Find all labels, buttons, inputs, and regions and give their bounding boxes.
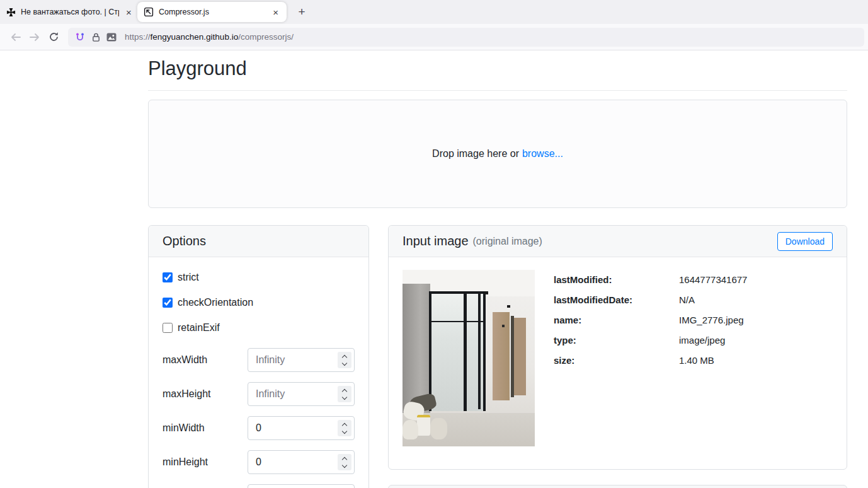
preview-spotlight <box>507 305 510 308</box>
page-title: Playground <box>148 57 247 80</box>
tab-active-compressorjs[interactable]: Compressor.js × <box>137 2 287 22</box>
stepper-down-icon[interactable] <box>342 394 347 399</box>
address-bar[interactable]: https://fengyuanchen.github.io/compresso… <box>68 28 864 47</box>
checkorientation-checkbox[interactable] <box>163 298 173 308</box>
property-value: IMG_2776.jpeg <box>679 313 744 327</box>
option-row-checkorientation: checkOrientation <box>163 298 355 308</box>
url-path: /compressorjs/ <box>238 32 294 42</box>
options-header: Options <box>149 226 368 257</box>
extension-icon[interactable] <box>74 32 86 43</box>
cross-favicon-icon <box>6 8 16 17</box>
page-content: Playground Drop image here or browse... … <box>0 51 868 488</box>
browser-toolbar: https://fengyuanchen.github.io/compresso… <box>0 24 868 50</box>
property-row: type: image/jpeg <box>554 334 747 347</box>
maxwidth-label: maxWidth <box>163 354 207 366</box>
stepper-up-icon[interactable] <box>342 422 347 427</box>
url-text: https://fengyuanchen.github.io/compresso… <box>125 32 294 42</box>
preview-spotlight <box>484 291 488 294</box>
drop-zone-text: Drop image here or <box>432 148 519 160</box>
tab-bar: Не вантажаться фото. | Страни × Compress… <box>0 0 868 24</box>
property-row: lastModifiedDate: N/A <box>554 293 747 306</box>
property-label: lastModified: <box>554 273 679 286</box>
maxheight-label: maxHeight <box>163 388 210 400</box>
url-host: fengyuanchen.github.io <box>151 32 239 42</box>
property-label: lastModifiedDate: <box>554 293 679 306</box>
preview-sack <box>430 418 447 439</box>
options-body: strict checkOrientation retainExif maxWi… <box>149 257 368 488</box>
title-divider <box>148 90 847 91</box>
tab-close-icon[interactable]: × <box>271 7 280 18</box>
download-button[interactable]: Download <box>777 232 833 251</box>
maxwidth-stepper[interactable] <box>338 352 351 368</box>
strict-label[interactable]: strict <box>178 272 199 283</box>
preview-wood-panel <box>514 318 526 395</box>
image-drop-zone[interactable]: Drop image here or browse... <box>148 100 847 208</box>
tab-close-icon[interactable]: × <box>124 7 134 18</box>
tab-inactive[interactable]: Не вантажаться фото. | Страни × <box>5 0 135 24</box>
compressorjs-favicon-icon <box>144 7 154 17</box>
property-label: type: <box>554 334 679 347</box>
new-tab-button[interactable]: + <box>293 3 311 21</box>
maxheight-stepper[interactable] <box>338 386 351 402</box>
input-image-subtitle: (original image) <box>473 236 542 247</box>
checkorientation-label[interactable]: checkOrientation <box>178 297 253 308</box>
property-label: size: <box>554 354 679 367</box>
stepper-up-icon[interactable] <box>342 354 347 359</box>
url-scheme: https:// <box>125 32 151 42</box>
field-row-minwidth: minWidth <box>163 416 355 440</box>
property-row: lastModified: 1644777341677 <box>554 273 747 286</box>
retainexif-checkbox[interactable] <box>163 323 173 333</box>
stepper-up-icon[interactable] <box>342 388 347 393</box>
preview-frame-bar <box>478 293 481 409</box>
input-image-panel: Input image (original image) Download <box>388 225 847 470</box>
input-image-body: lastModified: 1644777341677 lastModified… <box>389 257 847 459</box>
field-row-maxwidth: maxWidth <box>163 348 355 372</box>
field-row-minheight: minHeight <box>163 450 355 474</box>
property-value: image/jpeg <box>679 334 725 347</box>
image-permission-icon[interactable] <box>106 33 117 42</box>
forward-button[interactable] <box>25 28 44 47</box>
minwidth-stepper[interactable] <box>338 420 351 436</box>
input-image-header: Input image (original image) Download <box>389 226 847 257</box>
lock-icon[interactable] <box>91 32 101 42</box>
minwidth-label: minWidth <box>163 422 205 434</box>
output-image-panel-partial <box>388 485 847 488</box>
options-panel: Options strict checkOrientation retainEx… <box>148 225 369 488</box>
preview-frame-bar <box>464 291 467 411</box>
property-label: name: <box>554 313 679 327</box>
stepper-down-icon[interactable] <box>342 360 347 365</box>
property-row: name: IMG_2776.jpeg <box>554 313 747 327</box>
stepper-up-icon[interactable] <box>342 456 347 462</box>
field-row-maxheight: maxHeight <box>163 382 355 406</box>
preview-wood-panel <box>493 312 510 400</box>
strict-checkbox[interactable] <box>163 272 173 282</box>
preview-sack <box>403 420 418 439</box>
property-value: 1.40 MB <box>679 354 714 367</box>
property-row: size: 1.40 MB <box>554 354 747 367</box>
partial-input[interactable] <box>248 484 355 488</box>
input-image-title: Input image <box>403 234 469 248</box>
preview-spotlight <box>502 325 505 327</box>
stepper-down-icon[interactable] <box>342 428 347 433</box>
field-row-partial <box>163 484 355 488</box>
retainexif-label[interactable]: retainExif <box>178 322 220 334</box>
minheight-label: minHeight <box>163 456 208 468</box>
tab-title: Не вантажаться фото. | Страни <box>21 8 119 16</box>
file-properties: lastModified: 1644777341677 lastModified… <box>554 270 747 446</box>
back-button[interactable] <box>6 28 25 47</box>
property-value: N/A <box>679 293 695 306</box>
property-value: 1644777341677 <box>679 273 747 286</box>
tab-title: Compressor.js <box>159 8 266 16</box>
option-row-strict: strict <box>163 272 355 282</box>
reload-button[interactable] <box>44 28 63 47</box>
stepper-down-icon[interactable] <box>342 462 347 467</box>
input-image-preview <box>403 270 535 446</box>
preview-bucket <box>417 415 430 436</box>
minheight-stepper[interactable] <box>338 454 351 470</box>
browse-link[interactable]: browse... <box>522 148 563 160</box>
option-row-retainexif: retainExif <box>163 323 355 333</box>
preview-frame-bar <box>430 321 484 322</box>
